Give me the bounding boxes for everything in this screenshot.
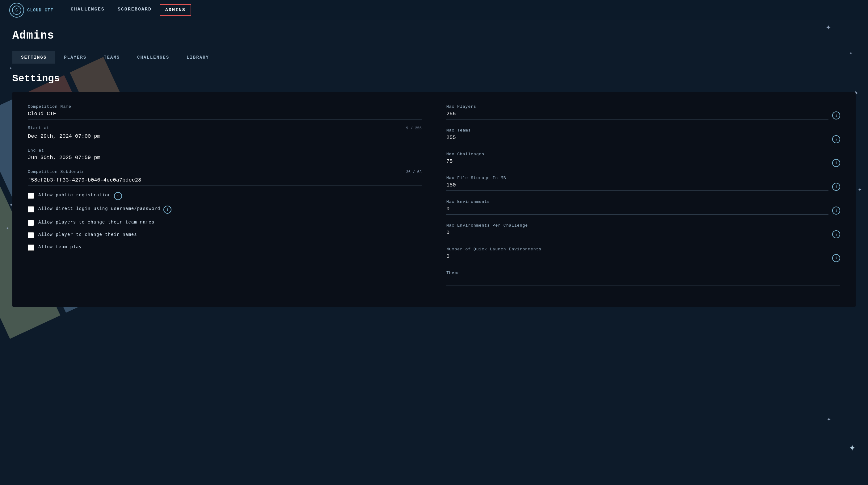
quick-launch-environments-row: Number of Quick Launch Environments i: [446, 247, 840, 262]
max-environments-per-challenge-info-btn[interactable]: i: [832, 230, 840, 238]
max-players-input[interactable]: [446, 111, 829, 120]
settings-left: Competition Name Cloud CTF Start at 9 / …: [28, 104, 422, 294]
max-environments-per-challenge-group: Max Environments Per Challenge: [446, 223, 829, 238]
max-teams-row: Max Teams i: [446, 128, 840, 143]
subdomain-group: Competition Subdomain 36 / 63 f58cf2b3-f…: [28, 169, 422, 186]
max-teams-input[interactable]: [446, 135, 829, 143]
nav-admins[interactable]: ADMINS: [160, 4, 191, 16]
logo[interactable]: C CLOUD CTF: [9, 3, 54, 18]
subdomain-value: f58cf2b3-ff33-4279-b040-4ec0a7bdcc28: [28, 177, 422, 186]
max-file-storage-group: Max File Storage In MB: [446, 176, 829, 191]
max-environments-label: Max Environments: [446, 199, 829, 204]
start-at-value: Dec 29th, 2024 07:00 pm: [28, 133, 422, 142]
quick-launch-environments-info-btn[interactable]: i: [832, 254, 840, 262]
star-decoration-9: ✦: [849, 441, 856, 454]
checkbox-team-names-label: Allow players to change their team names: [38, 219, 154, 226]
max-challenges-input[interactable]: [446, 158, 829, 167]
tab-library[interactable]: LIBRARY: [178, 51, 218, 64]
quick-launch-environments-input[interactable]: [446, 254, 829, 262]
tab-teams[interactable]: TEAMS: [95, 51, 128, 64]
navbar: C CLOUD CTF CHALLENGES SCOREBOARD ADMINS: [0, 0, 868, 20]
star-decoration-10: ✦: [827, 415, 831, 423]
max-environments-per-challenge-label: Max Environments Per Challenge: [446, 223, 829, 228]
max-environments-per-challenge-input[interactable]: [446, 230, 829, 238]
checkbox-public-registration: Allow public registration i: [28, 192, 422, 200]
max-teams-info-btn[interactable]: i: [832, 135, 840, 143]
start-char-count: 9 / 256: [406, 126, 422, 131]
checkbox-player-names-label: Allow player to change their names: [38, 231, 137, 238]
settings-panel: Competition Name Cloud CTF Start at 9 / …: [12, 92, 856, 307]
max-file-storage-info-btn[interactable]: i: [832, 183, 840, 191]
settings-title: Settings: [12, 73, 856, 84]
nav-scoreboard[interactable]: SCOREBOARD: [113, 4, 157, 16]
max-challenges-label: Max Challenges: [446, 152, 829, 157]
checkbox-direct-login: Allow direct login using username/passwo…: [28, 205, 422, 214]
checkbox-group: Allow public registration i Allow direct…: [28, 192, 422, 251]
max-file-storage-row: Max File Storage In MB i: [446, 176, 840, 191]
tab-settings[interactable]: SETTINGS: [12, 51, 55, 64]
logo-icon: C: [9, 3, 24, 18]
theme-label: Theme: [446, 271, 840, 276]
checkbox-team-play-label: Allow team play: [38, 244, 82, 250]
checkbox-direct-login-label: Allow direct login using username/passwo…: [38, 205, 160, 212]
subdomain-char-count: 36 / 63: [406, 170, 422, 174]
max-players-row: Max Players i: [446, 104, 840, 120]
page-title: Admins: [12, 29, 856, 42]
max-players-group: Max Players: [446, 104, 829, 120]
quick-launch-environments-label: Number of Quick Launch Environments: [446, 247, 829, 252]
direct-login-info-btn[interactable]: i: [163, 205, 172, 214]
settings-right: Max Players i Max Teams i Max Challenges: [446, 104, 840, 294]
max-environments-group: Max Environments: [446, 199, 829, 215]
logo-text: CLOUD CTF: [27, 8, 54, 13]
checkbox-direct-login-input[interactable]: [28, 206, 34, 213]
nav-challenges[interactable]: CHALLENGES: [66, 4, 110, 16]
max-file-storage-input[interactable]: [446, 182, 829, 191]
subdomain-label: Competition Subdomain: [28, 169, 85, 174]
end-at-label: End at: [28, 148, 422, 153]
end-at-group: End at Jun 30th, 2025 07:59 pm: [28, 148, 422, 163]
max-challenges-group: Max Challenges: [446, 152, 829, 167]
competition-name-group: Competition Name Cloud CTF: [28, 104, 422, 120]
quick-launch-environments-group: Number of Quick Launch Environments: [446, 247, 829, 262]
checkbox-team-names-input[interactable]: [28, 220, 34, 226]
tab-players[interactable]: PLAYERS: [55, 51, 95, 64]
max-challenges-info-btn[interactable]: i: [832, 159, 840, 167]
nav-links: CHALLENGES SCOREBOARD ADMINS: [66, 4, 191, 16]
max-teams-label: Max Teams: [446, 128, 829, 133]
checkbox-team-play: Allow team play: [28, 244, 422, 251]
max-players-label: Max Players: [446, 104, 829, 109]
checkbox-player-names: Allow player to change their names: [28, 231, 422, 238]
start-at-group: Start at 9 / 256 Dec 29th, 2024 07:00 pm: [28, 126, 422, 142]
max-players-info-btn[interactable]: i: [832, 111, 840, 120]
checkbox-team-names: Allow players to change their team names: [28, 219, 422, 226]
max-environments-info-btn[interactable]: i: [832, 206, 840, 215]
max-environments-input[interactable]: [446, 206, 829, 215]
competition-name-value: Cloud CTF: [28, 111, 422, 120]
max-file-storage-label: Max File Storage In MB: [446, 176, 829, 180]
max-environments-row: Max Environments i: [446, 199, 840, 215]
page-content: Admins SETTINGS PLAYERS TEAMS CHALLENGES…: [0, 20, 868, 316]
checkbox-team-play-input[interactable]: [28, 245, 34, 251]
public-registration-info-btn[interactable]: i: [114, 192, 122, 200]
checkbox-public-registration-input[interactable]: [28, 193, 34, 199]
tab-challenges[interactable]: CHALLENGES: [128, 51, 178, 64]
checkbox-player-names-input[interactable]: [28, 232, 34, 238]
theme-input[interactable]: [446, 277, 840, 286]
theme-row: Theme: [446, 271, 840, 286]
start-at-label: Start at: [28, 126, 50, 130]
max-teams-group: Max Teams: [446, 128, 829, 143]
max-environments-per-challenge-row: Max Environments Per Challenge i: [446, 223, 840, 238]
theme-group: Theme: [446, 271, 840, 286]
max-challenges-row: Max Challenges i: [446, 152, 840, 167]
end-at-value: Jun 30th, 2025 07:59 pm: [28, 155, 422, 163]
logo-inner: C: [12, 5, 21, 15]
sub-tabs: SETTINGS PLAYERS TEAMS CHALLENGES LIBRAR…: [12, 51, 856, 64]
checkbox-public-registration-label: Allow public registration: [38, 192, 111, 198]
competition-name-label: Competition Name: [28, 104, 422, 109]
